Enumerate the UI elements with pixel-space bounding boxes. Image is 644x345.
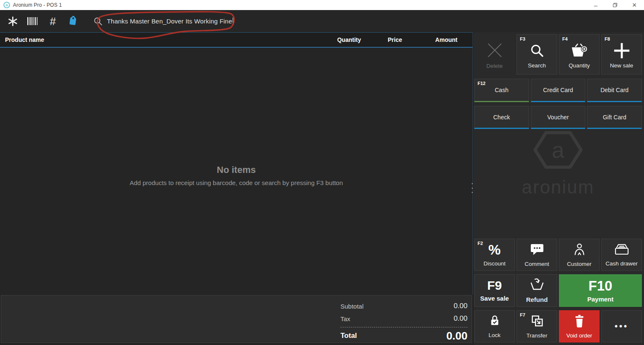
- check-button[interactable]: Check: [474, 106, 529, 129]
- refund-button[interactable]: Refund: [517, 274, 557, 307]
- aronium-hexagon-icon: a: [530, 130, 586, 170]
- text-caret: [233, 18, 234, 25]
- search-icon: [517, 40, 557, 62]
- window-title: Aronium Pro - POS 1: [13, 2, 62, 8]
- total-value: 0.00: [446, 330, 467, 342]
- column-product-name: Product name: [5, 36, 315, 43]
- customer-button[interactable]: Customer: [559, 239, 600, 271]
- subtotal-row: Subtotal 0.00: [340, 300, 467, 312]
- top-action-row: Delete F3 Search F4: [474, 34, 642, 75]
- percent-icon: %: [488, 243, 501, 257]
- delete-x-icon: [474, 39, 515, 61]
- action-panel: Delete F3 Search F4: [473, 32, 644, 345]
- search-icon: [93, 17, 103, 26]
- totals-divider: [340, 327, 467, 327]
- brand-watermark: a aronium: [474, 129, 642, 239]
- more-dots-icon: •••: [615, 322, 628, 331]
- close-button[interactable]: ×: [625, 0, 644, 10]
- svg-text:a: a: [5, 3, 8, 7]
- lock-button[interactable]: Lock: [474, 310, 515, 342]
- subtotal-label: Subtotal: [340, 303, 364, 310]
- totals-panel: Subtotal 0.00 Tax 0.00 Total 0.00: [1, 295, 472, 343]
- trash-icon: [574, 314, 585, 330]
- lock-icon: [489, 314, 501, 329]
- tag-icon[interactable]: [68, 15, 78, 27]
- window-controls: – ×: [586, 0, 644, 10]
- delete-button[interactable]: Delete: [474, 34, 515, 75]
- product-search-input[interactable]: Thanks Master Ben_Dover Its Working Fine: [93, 17, 233, 26]
- debit-card-button[interactable]: Debit Card: [587, 79, 642, 102]
- barcode-icon[interactable]: [27, 15, 38, 27]
- tax-value: 0.00: [454, 314, 467, 323]
- maximize-button[interactable]: [605, 0, 625, 10]
- voucher-button[interactable]: Voucher: [531, 106, 586, 129]
- quantity-button[interactable]: F4 Quantity: [559, 34, 600, 75]
- totals-block: Subtotal 0.00 Tax 0.00 Total 0.00: [340, 300, 467, 343]
- aronium-logo-icon: a: [3, 2, 10, 8]
- plus-icon: [602, 40, 641, 62]
- function-buttons: F2 % Discount Comment: [474, 239, 642, 342]
- restore-icon: [613, 3, 617, 7]
- receipt-table: Product name Quantity Price Amount No it…: [0, 32, 473, 295]
- table-body: No items Add products to receipt using b…: [0, 49, 473, 295]
- discount-button[interactable]: F2 % Discount: [474, 239, 515, 271]
- comment-button[interactable]: Comment: [517, 239, 557, 271]
- search-input-value: Thanks Master Ben_Dover Its Working Fine: [107, 18, 232, 25]
- gift-card-button[interactable]: Gift Card: [587, 106, 642, 129]
- column-price: Price: [361, 36, 402, 43]
- hash-icon[interactable]: #: [47, 15, 58, 27]
- table-header: Product name Quantity Price Amount: [0, 33, 473, 48]
- refund-icon: [530, 278, 544, 293]
- total-row: Total 0.00: [340, 329, 467, 343]
- cash-drawer-icon: [613, 243, 631, 257]
- total-label: Total: [340, 332, 357, 340]
- empty-state-subtitle: Add products to receipt using barcode, c…: [0, 179, 473, 186]
- toolbar: # Thanks Master Ben_Dover Its Working Fi…: [0, 10, 644, 32]
- cash-button[interactable]: F12 Cash: [474, 79, 529, 102]
- payment-button[interactable]: F10 Payment: [559, 274, 642, 307]
- credit-card-button[interactable]: Credit Card: [531, 79, 586, 102]
- asterisk-icon[interactable]: [7, 15, 18, 27]
- minimize-button[interactable]: –: [586, 0, 605, 10]
- panel-splitter-handle[interactable]: [470, 183, 474, 193]
- void-order-button[interactable]: Void order: [559, 310, 600, 342]
- new-sale-button[interactable]: F8 New sale: [601, 34, 642, 75]
- transfer-icon: [530, 314, 544, 330]
- save-sale-button[interactable]: F9 Save sale: [474, 274, 515, 307]
- comment-icon: [530, 243, 545, 257]
- title-bar: a Aronium Pro - POS 1 – ×: [0, 0, 644, 10]
- watermark-text: aronium: [522, 177, 595, 198]
- receipt-area: Product name Quantity Price Amount No it…: [0, 32, 473, 345]
- aronium-pos-window: a Aronium Pro - POS 1 – ×: [0, 0, 644, 345]
- empty-state-title: No items: [0, 49, 473, 175]
- subtotal-value: 0.00: [454, 302, 467, 310]
- search-button[interactable]: F3 Search: [517, 34, 557, 75]
- tax-row: Tax 0.00: [340, 312, 467, 325]
- basket-plus-icon: [559, 40, 599, 62]
- svg-text:a: a: [552, 137, 564, 162]
- more-button[interactable]: •••: [601, 310, 642, 342]
- column-amount: Amount: [402, 36, 457, 43]
- payment-methods: F12 Cash Credit Card Debit Card Check Vo…: [474, 79, 642, 129]
- customer-icon: [572, 243, 587, 258]
- tax-label: Tax: [340, 315, 350, 322]
- column-quantity: Quantity: [315, 36, 361, 43]
- transfer-button[interactable]: F7 Transfer: [517, 310, 557, 342]
- cash-drawer-button[interactable]: Cash drawer: [601, 239, 642, 271]
